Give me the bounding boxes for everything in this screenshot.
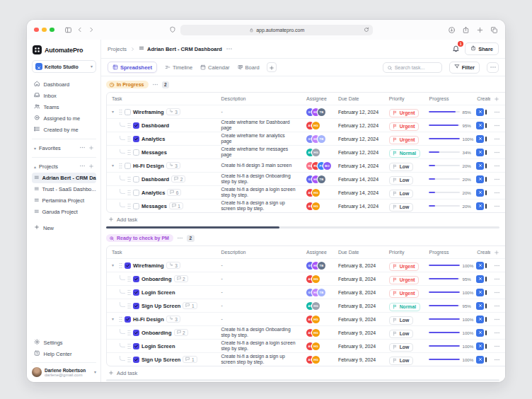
add-favorite-icon[interactable] xyxy=(88,145,94,152)
subtask-count-badge[interactable]: 3 xyxy=(166,108,180,115)
priority-badge[interactable]: Low xyxy=(389,343,413,352)
browser-sidebar-toggle-icon[interactable] xyxy=(64,26,72,34)
column-header-created[interactable]: Created xyxy=(475,250,490,255)
row-menu-icon[interactable] xyxy=(494,190,500,196)
row-menu-icon[interactable] xyxy=(494,289,500,296)
assignee-cell[interactable]: ASHG xyxy=(302,275,334,283)
drag-handle-icon[interactable] xyxy=(127,149,131,156)
drag-handle-icon[interactable] xyxy=(127,190,131,196)
task-checkbox[interactable] xyxy=(125,163,131,169)
sidebar-item-created-by-me[interactable]: Created by me xyxy=(32,125,96,134)
new-tab-icon[interactable] xyxy=(476,26,484,34)
task-name[interactable]: Onboarding xyxy=(141,276,172,282)
row-menu-icon[interactable] xyxy=(494,262,500,269)
group-menu-icon[interactable] xyxy=(177,235,183,241)
share-button[interactable]: Share xyxy=(465,42,499,55)
projects-section-header[interactable]: ▴ Projects xyxy=(32,162,96,171)
task-name[interactable]: Sign Up Screen xyxy=(141,303,180,309)
row-menu-icon[interactable] xyxy=(494,330,500,336)
column-header-due-date[interactable]: Due Date xyxy=(334,250,386,255)
toolbar-more-button[interactable] xyxy=(487,62,499,73)
collapse-caret-icon[interactable]: ▾ xyxy=(112,163,117,168)
task-checkbox[interactable] xyxy=(133,343,139,349)
priority-badge[interactable]: Low xyxy=(389,190,413,198)
row-menu-icon[interactable] xyxy=(494,109,500,115)
downloads-icon[interactable] xyxy=(448,26,456,34)
scrollbar-thumb[interactable] xyxy=(106,226,279,229)
drag-handle-icon[interactable] xyxy=(127,122,131,129)
task-name[interactable]: Messages xyxy=(141,203,167,209)
column-header-description[interactable]: Description xyxy=(221,250,302,255)
drag-handle-icon[interactable] xyxy=(127,330,131,336)
task-checkbox[interactable] xyxy=(133,289,139,296)
drag-handle-icon[interactable] xyxy=(119,163,122,169)
comment-count-badge[interactable]: 2 xyxy=(171,175,185,183)
comment-count-badge[interactable]: 2 xyxy=(174,275,188,282)
chevron-icon[interactable]: ▴ xyxy=(34,165,36,169)
window-controls[interactable] xyxy=(34,28,54,33)
task-checkbox[interactable] xyxy=(133,149,139,156)
task-checkbox[interactable] xyxy=(133,122,139,129)
tab-spreadsheet[interactable]: Spreadsheet xyxy=(108,62,157,73)
search-box[interactable] xyxy=(383,62,442,73)
priority-badge[interactable]: Urgent xyxy=(389,262,419,271)
assignee-cell[interactable]: ANHG xyxy=(302,149,334,156)
row-menu-icon[interactable] xyxy=(494,343,500,349)
drag-handle-icon[interactable] xyxy=(127,203,131,209)
search-input[interactable] xyxy=(395,65,437,70)
assignee-cell[interactable]: GTHCTB xyxy=(302,135,334,143)
sidebar-project-item[interactable]: Pertamina Project xyxy=(32,195,96,206)
column-header-assignee[interactable]: Assignee xyxy=(302,250,334,255)
task-name[interactable]: Dashboard xyxy=(141,122,169,129)
task-checkbox[interactable] xyxy=(133,330,139,336)
task-name[interactable]: Messages xyxy=(141,149,167,156)
subtask-count-badge[interactable]: 3 xyxy=(166,162,180,169)
priority-badge[interactable]: Urgent xyxy=(389,276,419,284)
minimize-window-button[interactable] xyxy=(42,28,47,33)
task-checkbox[interactable] xyxy=(133,136,139,142)
subtask-count-badge[interactable]: 3 xyxy=(166,316,180,323)
projects-menu-icon[interactable] xyxy=(79,163,86,170)
horizontal-scrollbar-track[interactable] xyxy=(106,379,499,381)
collapse-caret-icon[interactable]: ▾ xyxy=(112,110,117,114)
row-menu-icon[interactable] xyxy=(494,149,500,156)
drag-handle-icon[interactable] xyxy=(119,262,122,269)
assignee-cell[interactable]: ASHG xyxy=(302,342,334,350)
comment-count-badge[interactable]: 2 xyxy=(174,329,188,336)
drag-handle-icon[interactable] xyxy=(127,136,131,142)
row-menu-icon[interactable] xyxy=(494,276,500,282)
row-menu-icon[interactable] xyxy=(494,176,500,183)
subtask-count-badge[interactable]: 3 xyxy=(166,262,180,269)
drag-handle-icon[interactable] xyxy=(119,316,122,323)
zoom-window-button[interactable] xyxy=(50,28,54,33)
priority-badge[interactable]: Urgent xyxy=(389,109,419,117)
add-column-button[interactable] xyxy=(490,250,505,255)
page-menu-icon[interactable] xyxy=(226,45,233,52)
drag-handle-icon[interactable] xyxy=(127,176,131,183)
sidebar-item-dashboard[interactable]: Dashboard xyxy=(32,79,96,89)
column-header-task[interactable]: Task xyxy=(107,96,221,101)
horizontal-scrollbar[interactable] xyxy=(106,226,499,229)
group-status-badge[interactable]: Ready to check by PM xyxy=(106,234,173,242)
column-header-description[interactable]: Description xyxy=(221,96,302,101)
column-header-assignee[interactable]: Assignee xyxy=(302,96,334,101)
priority-badge[interactable]: Low xyxy=(389,316,413,325)
assignee-cell[interactable]: GTHCTB xyxy=(302,262,334,270)
row-menu-icon[interactable] xyxy=(494,203,500,209)
assignee-cell[interactable]: ASHG xyxy=(302,329,334,337)
row-menu-icon[interactable] xyxy=(494,136,500,142)
privacy-shield-icon[interactable] xyxy=(169,26,176,33)
task-name[interactable]: Hi-Fi Design xyxy=(133,316,164,323)
sidebar-item-assigned-to-me[interactable]: Assigned to me xyxy=(32,113,96,123)
priority-badge[interactable]: Low xyxy=(389,163,413,171)
priority-badge[interactable]: Urgent xyxy=(389,122,419,131)
sidebar-item-help-center[interactable]: Help Center xyxy=(32,349,96,359)
priority-badge[interactable]: Low xyxy=(389,357,413,365)
task-checkbox[interactable] xyxy=(133,203,139,209)
add-task-button[interactable]: Add task xyxy=(108,215,505,224)
column-header-priority[interactable]: Priority xyxy=(386,250,425,255)
notifications-button[interactable]: 1 xyxy=(450,43,461,54)
browser-share-icon[interactable] xyxy=(462,26,470,34)
task-name[interactable]: Onboarding xyxy=(141,330,172,336)
priority-badge[interactable]: Normal xyxy=(389,149,420,158)
